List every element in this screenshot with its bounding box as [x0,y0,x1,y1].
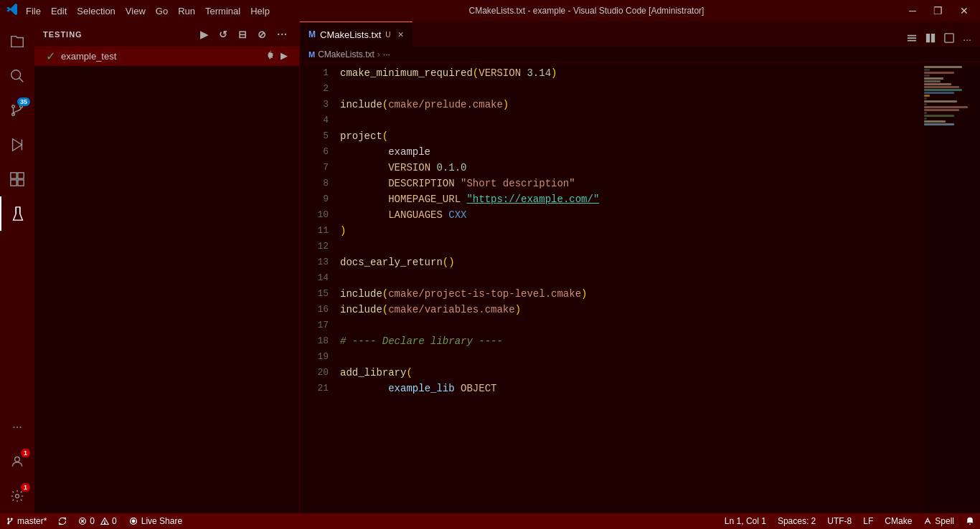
sidebar-item-account[interactable]: 1 [0,444,34,479]
sidebar-item-search[interactable] [0,59,34,93]
breadcrumb-file-icon: M [308,50,315,59]
collapse-all-button[interactable]: ⊟ [235,27,250,42]
source-control-badge: 35 [17,97,30,106]
run-test-button[interactable]: ▶ [281,50,288,62]
indentation-item[interactable]: Spaces: 2 [772,513,821,529]
maximize-button[interactable]: ❐ [928,4,948,18]
tab-bar: M CMakeLists.txt U × ··· [300,22,980,47]
run-all-tests-button[interactable]: ▶ [197,27,212,42]
title-bar: File Edit Selection View Go Run Terminal… [0,0,980,22]
sidebar-header: TESTING ▶ ↺ ⊟ ⊘ ··· [34,22,299,47]
code-line-2 [334,81,923,97]
svg-point-14 [15,457,20,462]
code-line-19 [334,349,923,365]
menu-terminal[interactable]: Terminal [205,6,240,16]
tab-close-button[interactable]: × [397,29,403,40]
breadcrumb-more[interactable]: ··· [383,49,390,59]
editor-area: M CMakeLists.txt U × ··· M CMake [300,22,980,513]
more-editor-actions-button[interactable]: ··· [960,32,974,47]
svg-rect-8 [11,173,17,178]
layout-icon[interactable] [904,32,920,47]
language-item[interactable]: CMake [879,513,918,529]
live-share-label: Live Share [141,516,182,526]
sidebar-title: TESTING [43,30,197,39]
svg-point-15 [16,495,19,498]
svg-point-19 [11,518,13,520]
notifications-item[interactable] [960,513,980,529]
line-ending-item[interactable]: LF [857,513,879,529]
git-branch-item[interactable]: master* [0,513,52,529]
tab-label: CMakeLists.txt [320,29,381,40]
code-line-10: LANGUAGES CXX [334,207,923,223]
svg-point-25 [104,523,105,523]
errors-item[interactable]: 0 0 [72,513,122,529]
svg-point-27 [132,520,135,523]
activity-bar: 35 ··· 1 [0,22,34,513]
editor-layout-button[interactable] [941,32,957,47]
settings-badge: 1 [21,483,30,492]
menu-run[interactable]: Run [178,6,195,16]
sidebar-item-extensions[interactable] [0,162,34,196]
sync-item[interactable] [52,513,72,529]
code-line-13: docs_early_return() [334,254,923,270]
encoding-item[interactable]: UTF-8 [821,513,857,529]
code-text[interactable]: cmake_minimum_required(VERSION 3.14) inc… [334,62,923,513]
test-item-example[interactable]: ✓ example_test ▶ [34,47,299,66]
testing-panel: TESTING ▶ ↺ ⊟ ⊘ ··· ✓ example_test ▶ [34,22,300,513]
svg-marker-6 [13,139,22,151]
code-line-17 [334,318,923,333]
svg-rect-16 [945,34,953,42]
code-line-5: project( [334,128,923,144]
menu-go[interactable]: Go [156,6,168,16]
sidebar-item-more[interactable]: ··· [0,410,34,444]
menu-file[interactable]: File [26,6,41,16]
svg-rect-11 [18,180,24,186]
sidebar-item-run-debug[interactable] [0,128,34,162]
tab-file-icon: M [308,29,316,39]
menu-help[interactable]: Help [250,6,270,16]
sidebar-item-testing[interactable] [0,196,34,231]
code-line-14 [334,270,923,286]
tab-cmakelists[interactable]: M CMakeLists.txt U × [300,22,413,47]
live-share-item[interactable]: Live Share [123,513,188,529]
errors-count: 0 [90,516,95,526]
svg-point-17 [7,518,9,520]
spell-label: Spell [935,516,954,526]
test-status-icon: ✓ [46,49,55,63]
breadcrumb-filename[interactable]: CMakeLists.txt [318,49,374,59]
code-line-1: cmake_minimum_required(VERSION 3.14) [334,65,923,81]
more-actions-button[interactable]: ··· [274,27,291,42]
code-line-11: ) [334,223,923,239]
menu-view[interactable]: View [126,6,146,16]
refresh-tests-button[interactable]: ↺ [216,27,231,42]
sidebar-item-explorer[interactable] [0,24,34,59]
code-line-15: include(cmake/project-is-top-level.cmake… [334,286,923,302]
cursor-position-label: Ln 1, Col 1 [725,516,766,526]
code-editor[interactable]: 12345 678910 1112131415 1617181920 21 cm… [300,62,980,513]
code-line-16: include(cmake/variables.cmake) [334,302,923,318]
git-branch-label: master* [17,516,47,526]
tab-modified-indicator: U [385,31,390,39]
code-line-6: example [334,144,923,160]
code-line-7: VERSION 0.1.0 [334,160,923,176]
debug-test-button[interactable] [266,50,276,62]
close-button[interactable]: ✕ [954,4,974,18]
spell-item[interactable]: Spell [918,513,960,529]
cursor-position-item[interactable]: Ln 1, Col 1 [719,513,772,529]
window-title: CMakeLists.txt - example - Visual Studio… [270,6,903,16]
language-label: CMake [885,516,912,526]
split-editor-button[interactable] [923,32,938,47]
filter-button[interactable]: ⊘ [255,27,270,42]
minimize-button[interactable]: ─ [903,4,922,18]
code-line-12 [334,239,923,254]
sidebar-item-source-control[interactable]: 35 [0,93,34,128]
menu-edit[interactable]: Edit [51,6,67,16]
code-line-8: DESCRIPTION "Short description" [334,176,923,191]
line-ending-label: LF [863,516,873,526]
code-line-21: example_lib OBJECT [334,381,923,396]
indentation-label: Spaces: 2 [778,516,816,526]
code-line-20: add_library( [334,365,923,381]
menu-selection[interactable]: Selection [77,6,115,16]
sidebar-item-settings[interactable]: 1 [0,479,34,513]
code-line-9: HOMEPAGE_URL "https://example.com/" [334,191,923,207]
